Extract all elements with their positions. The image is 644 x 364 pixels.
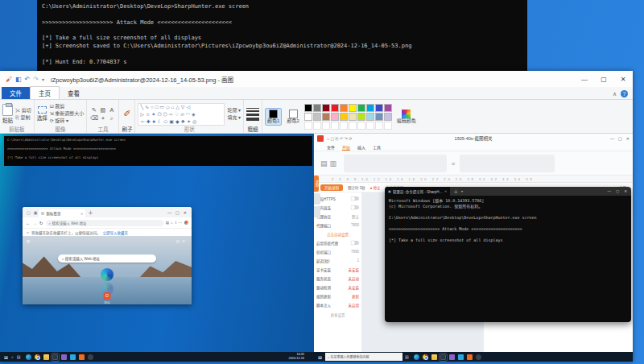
paint-canvas[interactable]: C:\Users\Administrator\Desktop\DeveLop>S… [0, 134, 633, 362]
palette-color[interactable] [349, 113, 357, 121]
item-action[interactable]: 未安装 [349, 267, 360, 272]
edge-maximize[interactable]: ▢ [175, 210, 180, 215]
copy-button[interactable]: ⎘ 复制 [15, 114, 31, 122]
tab-home[interactable]: 主页 [30, 86, 60, 99]
office-menu-item[interactable]: 文件 [327, 144, 335, 150]
tool-icon[interactable]: ✎ [89, 106, 98, 114]
edge-close[interactable]: ✕ [184, 210, 187, 215]
tab-close-icon[interactable]: ✕ [80, 212, 83, 216]
palette-color[interactable] [304, 104, 312, 112]
palette-color[interactable] [384, 104, 392, 112]
rotate-button[interactable]: ⟳ 旋转 ▾ [50, 118, 85, 125]
item-action[interactable]: 未启动 [349, 276, 360, 281]
palette-color-empty[interactable] [322, 122, 330, 130]
collapse-ribbon-icon[interactable]: ∧ [613, 91, 617, 97]
palette-color-empty[interactable] [304, 122, 312, 130]
office-icon[interactable]: ⟳ [349, 136, 352, 141]
vscode-icon[interactable] [70, 354, 76, 360]
record-button[interactable]: 开始录制 [320, 184, 343, 191]
taskbar-clock[interactable]: 14:05 2024-12-16 [289, 353, 314, 360]
cut-button[interactable]: ✂ 剪切 [15, 107, 31, 114]
toggle-switch[interactable] [351, 196, 359, 201]
app-icon[interactable] [476, 354, 481, 360]
crop-button[interactable]: ⊡ 裁剪 [50, 103, 85, 110]
office-quick-icons[interactable]: ⌂ ▢ ⎘ ↶ ↷ ⟳ [327, 136, 352, 142]
tool-icon[interactable]: ⌖ [98, 114, 107, 122]
item-action[interactable]: 更新 [352, 294, 359, 299]
terminal-icon[interactable] [440, 354, 446, 360]
terminal-tab[interactable]: ▣ 管理员: 命令提示符 - SharpH… ✕ [385, 187, 450, 196]
more-settings-link[interactable]: 更多设置 [316, 312, 359, 317]
new-tab-button[interactable]: ＋ [88, 209, 93, 216]
search-icon[interactable]: ⌕ [11, 354, 14, 360]
edge-icon[interactable] [26, 354, 31, 360]
side-tab[interactable] [314, 193, 320, 205]
palette-color[interactable] [331, 104, 339, 112]
maximize-button[interactable]: ▢ [594, 76, 613, 83]
palette-color[interactable] [357, 104, 365, 112]
task-view-icon[interactable]: ▤ [17, 354, 21, 359]
palette-color-empty[interactable] [384, 122, 392, 130]
vscode-icon[interactable] [458, 354, 464, 360]
terminal-minimize[interactable]: — [607, 189, 611, 193]
sidebar-link[interactable]: 点击自动设置 [316, 232, 359, 237]
explorer-icon[interactable] [43, 354, 49, 360]
toggle-switch[interactable] [351, 241, 359, 245]
office-menu-item[interactable]: 工具 [373, 144, 381, 150]
tool-icon[interactable]: ⌕ [107, 114, 116, 122]
forward-icon[interactable]: → [33, 221, 38, 225]
import-favorites-link[interactable]: 立即导入收藏夹 [103, 230, 129, 235]
palette-color[interactable] [366, 104, 374, 112]
visual-studio-icon[interactable] [61, 354, 67, 360]
palette-color[interactable] [340, 113, 348, 121]
palette-color-empty[interactable] [375, 122, 383, 130]
terminal-close[interactable]: ✕ [624, 189, 627, 193]
select-button[interactable]: 选择 [37, 106, 47, 122]
help-icon[interactable]: ? [621, 90, 628, 97]
task-view-icon[interactable]: ▤ [405, 354, 409, 359]
terminal-dropdown-icon[interactable]: ▾ [461, 189, 463, 193]
palette-color[interactable] [313, 113, 321, 121]
palette-color-empty[interactable] [340, 122, 348, 130]
color1-button[interactable]: 颜色1 [265, 108, 282, 126]
start-button[interactable]: ⊞ [4, 354, 8, 360]
palette-color[interactable] [375, 104, 383, 112]
toggle-switch[interactable] [351, 205, 359, 209]
terminal-icon[interactable] [52, 354, 58, 360]
side-tab-active[interactable]: 录制 [314, 176, 319, 192]
item-action[interactable]: 未启用 [349, 303, 360, 308]
item-action[interactable]: 未安装 [349, 285, 360, 290]
color2-button[interactable]: 颜色2 [285, 109, 300, 125]
size-button[interactable]: 粗细 [248, 126, 258, 132]
app-icon[interactable] [88, 354, 93, 360]
refresh-icon[interactable]: ↻ [39, 221, 43, 225]
tab-file[interactable]: 文件 [2, 87, 30, 99]
palette-color-empty[interactable] [313, 122, 321, 130]
stop-label[interactable]: ● 停止 [370, 185, 381, 190]
save-icon[interactable]: ◧ [15, 76, 22, 83]
brushes-button[interactable]: 刷子 [122, 126, 132, 132]
visual-studio-icon[interactable] [449, 354, 455, 360]
ribbon-icons[interactable]: ▤▥ [320, 159, 339, 168]
brush-icon[interactable]: ✐ [123, 109, 130, 119]
terminal-tab-close-icon[interactable]: ✕ [444, 189, 447, 193]
sidebar-value[interactable]: 1 [357, 259, 359, 263]
tool-icon[interactable]: ⌫ [89, 114, 98, 122]
office-maximize[interactable]: ▢ [618, 136, 622, 141]
resize-button[interactable]: ⇲ 重新调整大小 [50, 110, 85, 118]
redo-icon[interactable]: ↷ [33, 76, 39, 83]
palette-color[interactable] [322, 104, 330, 112]
qat-customize-icon[interactable]: ▾ [42, 77, 44, 82]
edge-minimize[interactable]: — [167, 210, 171, 215]
sidebar-value[interactable]: 7890 [351, 250, 359, 254]
chrome-icon[interactable] [35, 354, 40, 360]
palette-color[interactable] [304, 113, 312, 121]
explorer-icon[interactable] [431, 354, 437, 360]
palette-color-empty[interactable] [349, 122, 357, 130]
terminal-new-tab-button[interactable]: ＋ [453, 188, 458, 195]
shapes-gallery[interactable]: ╲∿○□▭◇⌂△▽◁▷☆✶⬠⬡⇨♡▱◠◈⇦✚★☾⬭▣◆❖✦◎ [138, 103, 225, 126]
color-palette[interactable] [304, 104, 392, 130]
page-settings-icons[interactable]: ▤⚙ [176, 239, 188, 243]
side-tab[interactable] [314, 206, 320, 217]
outline-button[interactable]: 轮廓 ▾ [227, 107, 241, 114]
